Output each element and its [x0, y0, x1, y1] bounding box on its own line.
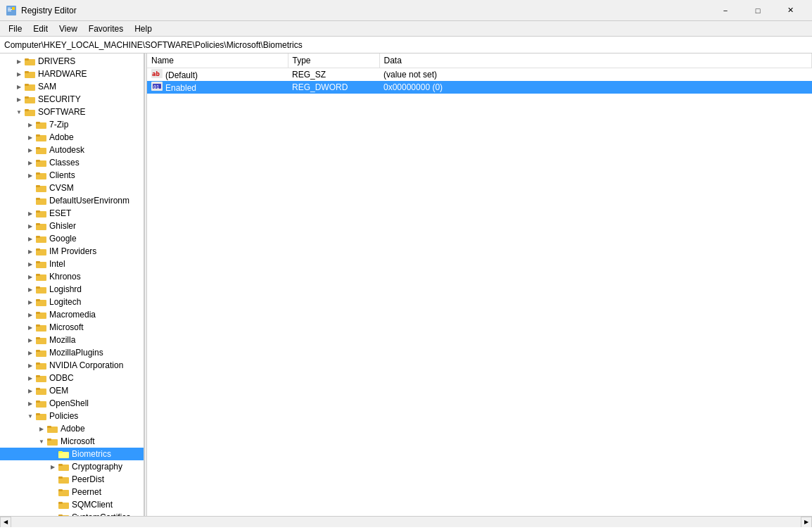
tree-item-intel[interactable]: ▶ Intel: [0, 258, 144, 270]
tree-item-classes[interactable]: ▶ Classes: [0, 156, 144, 169]
table-row[interactable]: ab (Default)REG_SZ(value not set): [147, 68, 812, 81]
expand-icon[interactable]: ▶: [25, 297, 35, 307]
menu-item-favorites[interactable]: Favorites: [83, 23, 129, 35]
tree-item-security[interactable]: ▶ SECURITY: [0, 93, 144, 106]
tree-item-label: OEM: [49, 386, 68, 396]
tree-panel[interactable]: ▶ DRIVERS▶ HARDWARE▶ SAM▶ SECURITY▼ SOFT…: [0, 53, 144, 516]
expand-icon[interactable]: ▶: [48, 512, 58, 516]
tree-item-macromedia[interactable]: ▶ Macromedia: [0, 308, 144, 321]
tree-item-odbc[interactable]: ▶ ODBC: [0, 372, 144, 384]
tree-item-7zip[interactable]: ▶ 7-Zip: [0, 118, 144, 131]
expand-icon[interactable]: ▶: [25, 234, 35, 244]
scroll-track[interactable]: [11, 517, 801, 528]
expand-icon[interactable]: ▶: [25, 322, 35, 332]
collapse-icon[interactable]: ▼: [25, 411, 35, 421]
svg-rect-62: [36, 413, 40, 415]
expand-icon[interactable]: ▶: [25, 348, 35, 358]
tree-item-adobe-pol[interactable]: ▶ Adobe: [0, 422, 144, 435]
tree-item-hardware[interactable]: ▶ HARDWARE: [0, 68, 144, 80]
tree-item-adobe-sw[interactable]: ▶ Adobe: [0, 131, 144, 144]
tree-item-cvsm[interactable]: CVSM: [0, 182, 144, 194]
tree-item-microsoft-pol[interactable]: ▼ Microsoft: [0, 435, 144, 448]
expand-icon[interactable]: ▶: [25, 272, 35, 282]
expand-icon[interactable]: ▶: [25, 360, 35, 370]
tree-item-software[interactable]: ▼ SOFTWARE: [0, 106, 144, 118]
tree-item-label: Macromedia: [49, 310, 96, 320]
menu-item-edit[interactable]: Edit: [27, 23, 53, 35]
tree-item-biometrics[interactable]: Biometrics: [0, 448, 144, 460]
folder-icon: [36, 208, 47, 218]
tree-item-nvidia[interactable]: ▶ NVIDIA Corporation: [0, 359, 144, 372]
tree-item-microsoft-sw[interactable]: ▶ Microsoft: [0, 321, 144, 334]
minimize-button[interactable]: −: [709, 0, 742, 21]
expand-icon[interactable]: ▶: [25, 120, 35, 130]
tree-item-label: MozillaPlugins: [49, 348, 103, 358]
svg-rect-2: [8, 9, 12, 10]
svg-rect-66: [47, 438, 51, 441]
tree-item-sqmclient[interactable]: SQMClient: [0, 498, 144, 511]
svg-rect-42: [36, 286, 40, 289]
tree-item-khronos[interactable]: ▶ Khronos: [0, 270, 144, 283]
horizontal-scrollbar[interactable]: ◀ ▶: [0, 516, 812, 527]
tree-item-label: NVIDIA Corporation: [49, 360, 123, 370]
tree-item-autodesk[interactable]: ▶ Autodesk: [0, 144, 144, 156]
scroll-right-button[interactable]: ▶: [801, 517, 812, 528]
expand-icon[interactable]: ▶: [25, 246, 35, 256]
expand-icon[interactable]: ▶: [25, 208, 35, 218]
expand-icon[interactable]: ▶: [48, 462, 58, 472]
tree-item-ghisler[interactable]: ▶ Ghisler: [0, 220, 144, 232]
expand-icon[interactable]: ▶: [25, 335, 35, 345]
collapse-icon[interactable]: ▼: [14, 107, 24, 117]
tree-item-peernet[interactable]: Peernet: [0, 486, 144, 498]
folder-icon: [36, 335, 47, 345]
expand-icon[interactable]: ▶: [25, 145, 35, 155]
tree-item-mozillaplugins[interactable]: ▶ MozillaPlugins: [0, 346, 144, 359]
menu-item-view[interactable]: View: [53, 23, 83, 35]
expand-icon[interactable]: ▶: [25, 259, 35, 269]
menu-item-file[interactable]: File: [3, 23, 27, 35]
tree-item-defaultuserenv[interactable]: DefaultUserEnvironm: [0, 194, 144, 207]
tree-item-cryptography[interactable]: ▶ Cryptography: [0, 460, 144, 473]
folder-icon: [58, 500, 70, 510]
expand-icon[interactable]: ▶: [25, 398, 35, 408]
expand-icon[interactable]: ▶: [25, 132, 35, 142]
close-button[interactable]: ✕: [774, 0, 806, 21]
expand-icon[interactable]: ▶: [25, 158, 35, 168]
tree-item-improviders[interactable]: ▶ IM Providers: [0, 245, 144, 258]
scroll-left-button[interactable]: ◀: [0, 517, 11, 528]
tree-item-logishrd[interactable]: ▶ Logishrd: [0, 283, 144, 296]
table-row[interactable]: 01 EnabledREG_DWORD0x00000000 (0): [147, 81, 812, 94]
expand-icon[interactable]: ▶: [25, 284, 35, 294]
tree-item-google[interactable]: ▶ Google: [0, 232, 144, 245]
tree-item-peerdist[interactable]: PeerDist: [0, 473, 144, 486]
tree-item-oem[interactable]: ▶ OEM: [0, 384, 144, 397]
tree-item-label: ESET: [49, 208, 71, 218]
tree-item-label: Policies: [49, 411, 78, 421]
tree-item-sam[interactable]: ▶ SAM: [0, 80, 144, 93]
expand-icon[interactable]: ▶: [14, 82, 24, 92]
folder-icon: [36, 373, 47, 383]
menu-item-help[interactable]: Help: [129, 23, 158, 35]
expand-icon[interactable]: ▶: [14, 56, 24, 66]
tree-item-logitech[interactable]: ▶ Logitech: [0, 296, 144, 308]
svg-rect-16: [36, 122, 40, 124]
folder-icon: [36, 348, 47, 358]
expand-icon[interactable]: ▶: [25, 310, 35, 320]
expand-icon[interactable]: ▶: [14, 94, 24, 104]
maximize-button[interactable]: □: [742, 0, 774, 21]
tree-item-policies[interactable]: ▼ Policies: [0, 410, 144, 422]
tree-item-systemcertifica[interactable]: ▶ SystemCertifica: [0, 511, 144, 516]
tree-item-mozilla[interactable]: ▶ Mozilla: [0, 334, 144, 346]
collapse-icon[interactable]: ▼: [37, 436, 46, 446]
expand-icon[interactable]: ▶: [37, 424, 46, 434]
right-panel: Name Type Data ab (Default)REG_SZ(value …: [147, 53, 812, 516]
expand-icon[interactable]: ▶: [25, 386, 35, 396]
tree-item-drivers[interactable]: ▶ DRIVERS: [0, 55, 144, 68]
tree-item-eset[interactable]: ▶ ESET: [0, 207, 144, 220]
expand-icon[interactable]: ▶: [14, 69, 24, 79]
expand-icon[interactable]: ▶: [25, 221, 35, 231]
expand-icon[interactable]: ▶: [25, 170, 35, 180]
tree-item-openshell[interactable]: ▶ OpenShell: [0, 397, 144, 410]
expand-icon[interactable]: ▶: [25, 373, 35, 383]
tree-item-clients[interactable]: ▶ Clients: [0, 169, 144, 182]
